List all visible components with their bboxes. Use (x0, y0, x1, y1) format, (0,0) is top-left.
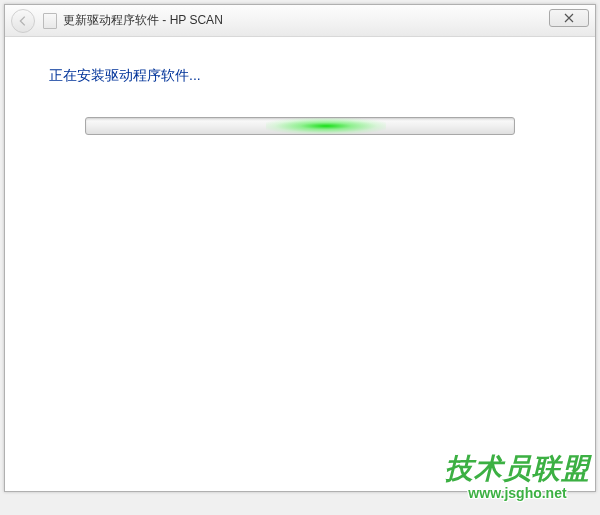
watermark: 技术员联盟 www.jsgho.net (445, 450, 590, 501)
close-button[interactable] (549, 9, 589, 27)
status-text: 正在安装驱动程序软件... (49, 67, 555, 85)
dialog-window: 更新驱动程序软件 - HP SCAN 正在安装驱动程序软件... (4, 4, 596, 492)
close-icon (564, 13, 574, 23)
device-icon (43, 13, 57, 29)
window-title: 更新驱动程序软件 - HP SCAN (63, 12, 223, 29)
content-area: 正在安装驱动程序软件... (5, 37, 595, 165)
progress-indicator (266, 118, 386, 134)
back-button[interactable] (11, 9, 35, 33)
progress-bar (85, 117, 515, 135)
titlebar: 更新驱动程序软件 - HP SCAN (5, 5, 595, 37)
watermark-text: 技术员联盟 (445, 450, 590, 488)
back-arrow-icon (16, 14, 30, 28)
